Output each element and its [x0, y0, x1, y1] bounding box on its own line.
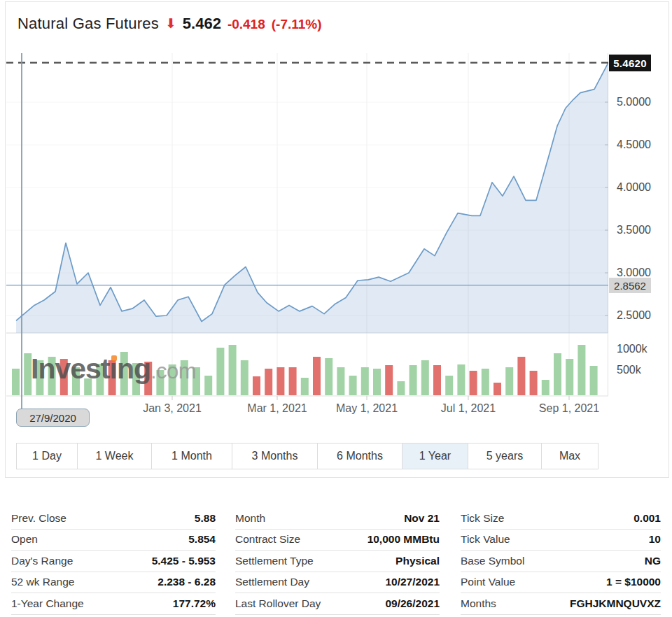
stat-value: 5.88: [195, 512, 216, 525]
stats-column-1: Prev. Close5.88Open5.854Day's Range5.425…: [11, 508, 216, 615]
stat-value: 1 = $10000: [606, 576, 661, 588]
stat-label: Tick Size: [461, 512, 504, 525]
stat-row: Settlement Day10/27/2021: [235, 572, 440, 594]
stat-label: Settlement Day: [235, 576, 309, 588]
contract-stats-table: Prev. Close5.88Open5.854Day's Range5.425…: [0, 508, 672, 615]
stat-value: 2.238 - 6.28: [158, 576, 216, 588]
stats-column-3: Tick Size0.001Tick Value10Base SymbolNGP…: [461, 508, 661, 615]
stat-label: Base Symbol: [461, 555, 524, 567]
price-chart[interactable]: 5.00004.50004.00003.50003.00002.50001000…: [6, 2, 668, 477]
stat-label: Prev. Close: [11, 512, 66, 525]
stat-row: Prev. Close5.88: [11, 508, 216, 530]
range-button-6-months[interactable]: 6 Months: [318, 443, 402, 469]
stat-label: Point Value: [461, 576, 515, 588]
stat-value: 0.001: [634, 512, 661, 525]
x-axis-tick-label: May 1, 2021: [321, 402, 412, 416]
stat-label: 1-Year Change: [11, 597, 84, 610]
chart-canvas[interactable]: [6, 53, 608, 403]
stat-row: 1-Year Change177.72%: [11, 593, 216, 615]
crosshair-vertical-line: [21, 53, 22, 409]
stat-row: Tick Value10: [461, 530, 661, 551]
stat-row: MonthsFGHJKMNQUVXZ: [461, 593, 661, 615]
volume-axis-tick-label: 500k: [617, 363, 641, 377]
price-axis-tick-label: 4.0000: [617, 180, 651, 194]
range-button-3-months[interactable]: 3 Months: [232, 443, 318, 469]
stats-column-2: MonthNov 21Contract Size10,000 MMBtuSett…: [235, 508, 440, 615]
stat-row: Settlement TypePhysical: [235, 551, 440, 572]
stat-label: Contract Size: [235, 533, 300, 546]
price-axis-tick-label: 4.5000: [617, 138, 651, 152]
price-axis-tick-label: 2.5000: [617, 308, 651, 322]
stat-value: 177.72%: [173, 597, 216, 610]
stat-label: 52 wk Range: [11, 576, 74, 588]
x-axis-tick-label: Mar 1, 2021: [232, 402, 323, 416]
time-range-selector: 1 Day1 Week1 Month3 Months6 Months1 Year…: [16, 443, 598, 469]
last-price-badge: 5.4620: [609, 55, 651, 71]
crosshair-date-badge: 27/9/2020: [16, 409, 90, 427]
range-button-max[interactable]: Max: [542, 443, 598, 469]
price-axis-tick-label: 5.0000: [617, 95, 651, 109]
range-button-1-year[interactable]: 1 Year: [402, 443, 468, 469]
range-button-1-week[interactable]: 1 Week: [78, 443, 152, 469]
stat-value: 09/26/2021: [385, 597, 440, 610]
x-axis-tick-label: Jul 1, 2021: [423, 402, 514, 416]
stat-label: Tick Value: [461, 533, 510, 546]
stat-value: 10/27/2021: [385, 576, 440, 588]
stat-label: Last Rollover Day: [235, 597, 321, 610]
stat-value: FGHJKMNQUVXZ: [570, 597, 661, 610]
x-axis-tick-label: Sep 1, 2021: [524, 402, 615, 416]
stat-row: Contract Size10,000 MMBtu: [235, 530, 440, 551]
stat-value: 10,000 MMBtu: [368, 533, 440, 546]
x-axis-tick-label: Jan 3, 2021: [127, 402, 218, 416]
stat-label: Settlement Type: [235, 555, 314, 567]
stat-value: 10: [649, 533, 661, 546]
stat-row: Point Value1 = $10000: [461, 572, 661, 594]
stat-value: NG: [645, 555, 661, 567]
range-button-5-years[interactable]: 5 years: [468, 443, 542, 469]
range-button-1-day[interactable]: 1 Day: [16, 443, 78, 469]
stat-value: 5.425 - 5.953: [152, 555, 216, 567]
stat-row: Open5.854: [11, 530, 216, 551]
volume-axis-tick-label: 1000k: [617, 342, 648, 356]
stat-label: Day's Range: [11, 555, 73, 567]
stat-row: Tick Size0.001: [461, 508, 661, 530]
stat-label: Open: [11, 533, 38, 546]
stat-label: Months: [461, 597, 496, 610]
stat-row: Day's Range5.425 - 5.953: [11, 551, 216, 572]
stat-row: 52 wk Range2.238 - 6.28: [11, 572, 216, 594]
stat-row: Last Rollover Day09/26/2021: [235, 593, 440, 615]
range-button-1-month[interactable]: 1 Month: [152, 443, 232, 469]
stat-row: MonthNov 21: [235, 508, 440, 530]
chart-card: Natural Gas Futures ⬇ 5.462 -0.418 (-7.1…: [5, 1, 669, 478]
stat-label: Month: [235, 512, 265, 525]
reference-price-badge: 2.8562: [609, 278, 651, 293]
stat-value: Physical: [396, 555, 440, 567]
price-axis-tick-label: 3.5000: [617, 223, 651, 237]
stat-value: 5.854: [188, 533, 216, 546]
stat-row: Base SymbolNG: [461, 551, 661, 572]
stat-value: Nov 21: [404, 512, 440, 525]
